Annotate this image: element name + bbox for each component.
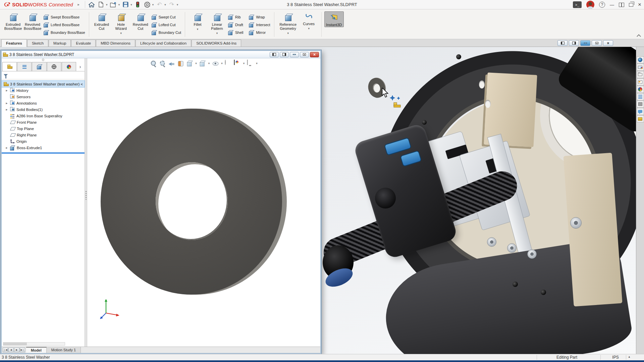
minimize-document-button[interactable] — [580, 40, 590, 46]
toolbox-tab[interactable] — [637, 115, 644, 122]
tree-item-boss-extrude1[interactable]: ▸ Boss-Extrude1 — [2, 144, 85, 151]
snap-layout-button[interactable] — [619, 3, 624, 7]
brand-expand-icon[interactable]: ▸ — [78, 2, 80, 7]
revolved-boss-base-button[interactable]: Revolved Boss/Base — [23, 11, 42, 31]
child-restore-button[interactable] — [300, 52, 309, 57]
washer-hole[interactable] — [156, 162, 228, 240]
instant3d-button[interactable]: Instant3D — [324, 11, 344, 27]
part-viewport[interactable]: ▾ ▾ ▾ ▾ ▾ — [87, 58, 320, 347]
status-units[interactable]: IPS — [607, 355, 624, 360]
revolved-cut-button[interactable]: Revolved Cut — [131, 11, 150, 31]
save-dropdown-icon[interactable]: ▾ — [130, 3, 132, 6]
panel-splitter[interactable] — [85, 58, 87, 347]
draft-button[interactable]: Draft — [227, 22, 244, 28]
close-document-button[interactable]: × — [603, 40, 613, 46]
user-avatar[interactable] — [586, 1, 594, 9]
tab-configuration-manager[interactable] — [32, 62, 46, 71]
wrap-button[interactable]: Wrap — [248, 14, 271, 20]
fillet-button[interactable]: Fillet ▾ — [188, 11, 207, 31]
view-settings-icon[interactable] — [247, 60, 248, 65]
extruded-boss-base-button[interactable]: Extruded Boss/Base — [3, 11, 23, 31]
tab-solidworks-addins[interactable]: SOLIDWORKS Add-Ins — [192, 40, 241, 47]
previous-tab-button[interactable]: ◀ — [8, 348, 14, 352]
linear-pattern-button[interactable]: Linear Pattern ▾ — [207, 11, 227, 35]
last-tab-button[interactable]: ▶❘ — [20, 348, 25, 352]
help-button[interactable]: ? — [599, 2, 605, 8]
new-dropdown-icon[interactable]: ▾ — [106, 3, 108, 6]
tree-item-material[interactable]: A286 Iron Base Superalloy — [2, 113, 85, 119]
curves-button[interactable]: Curves ▾ — [299, 11, 319, 31]
reference-geometry-button[interactable]: Reference Geometry ▾ — [277, 11, 299, 35]
open-button[interactable] — [109, 1, 118, 9]
3dexperience-tab[interactable] — [637, 56, 644, 63]
view-palette-tab[interactable] — [637, 78, 644, 85]
section-view-icon[interactable] — [177, 60, 184, 67]
tab-markup[interactable]: Markup — [49, 40, 71, 47]
open-dropdown-icon[interactable]: ▾ — [118, 3, 120, 6]
display-style-dropdown-icon[interactable]: ▾ — [208, 62, 210, 65]
tree-item-right-plane[interactable]: Right Plane — [2, 132, 85, 138]
hole-wizard-dropdown-icon[interactable]: ▾ — [120, 31, 122, 35]
view-settings-dropdown-icon[interactable]: ▾ — [256, 62, 258, 65]
restore-document-button[interactable] — [592, 40, 602, 46]
first-tab-button[interactable]: ❘◀ — [3, 348, 8, 352]
tree-horizontal-scrollbar[interactable] — [3, 342, 65, 346]
zoom-to-area-icon[interactable] — [159, 60, 166, 67]
view-orientation-icon[interactable] — [186, 60, 193, 67]
tree-item-solid-bodies[interactable]: ▸ Solid Bodies(1) — [2, 106, 85, 113]
swept-boss-base-button[interactable]: Swept Boss/Base — [42, 14, 86, 20]
hide-show-dropdown-icon[interactable]: ▾ — [221, 62, 223, 65]
forum-tab[interactable] — [637, 108, 644, 115]
tree-item-origin[interactable]: Origin — [2, 138, 85, 144]
expand-arrow-icon[interactable]: ▸ — [5, 146, 8, 149]
child-tile-left-button[interactable] — [270, 52, 279, 57]
child-tile-right-button[interactable] — [280, 52, 289, 57]
tile-left-button[interactable] — [557, 40, 568, 46]
units-expand-icon[interactable]: ▲ — [628, 355, 631, 358]
view-orientation-dropdown-icon[interactable]: ▾ — [195, 62, 197, 65]
tree-filter-row[interactable] — [2, 71, 85, 79]
apply-scene-icon[interactable] — [234, 60, 235, 65]
previous-view-icon[interactable] — [168, 60, 175, 67]
tree-item-annotations[interactable]: ▸ Annotations — [2, 100, 85, 106]
minimize-window-button[interactable]: — — [610, 2, 614, 7]
extruded-cut-button[interactable]: Extruded Cut — [92, 11, 111, 31]
tab-strip-overflow-icon[interactable]: › — [76, 62, 84, 71]
rib-button[interactable]: Rib — [227, 14, 244, 20]
mirror-button[interactable]: Mirror — [248, 29, 271, 36]
hole-wizard-button[interactable]: Hole Wizard ▾ — [111, 11, 131, 35]
hide-show-items-icon[interactable] — [212, 60, 219, 67]
appearances-scenes-tab[interactable] — [637, 86, 644, 93]
undo-dropdown-icon[interactable]: ▾ — [164, 3, 166, 6]
tab-lifecycle-collaboration[interactable]: Lifecycle and Collaboration — [136, 40, 191, 47]
child-minimize-button[interactable] — [290, 52, 299, 57]
tab-property-manager[interactable] — [17, 62, 32, 71]
close-window-button[interactable]: × — [638, 1, 641, 8]
apply-scene-dropdown-icon[interactable]: ▾ — [243, 62, 245, 65]
tree-item-top-plane[interactable]: Top Plane — [2, 125, 85, 132]
next-tab-button[interactable]: ▶ — [14, 348, 19, 352]
tab-dimxpert-manager[interactable] — [47, 62, 61, 71]
child-close-button[interactable]: × — [310, 52, 319, 57]
ribbon-collapse-icon[interactable] — [637, 34, 641, 37]
redo-button[interactable]: ↷ — [167, 1, 176, 9]
shell-button[interactable]: Shell — [227, 29, 244, 36]
rollback-bar[interactable] — [2, 153, 85, 154]
undo-button[interactable]: ↶ — [155, 1, 164, 9]
expand-arrow-icon[interactable]: ▸ — [5, 108, 8, 111]
solidworks-resources-tab[interactable] — [637, 64, 644, 71]
tab-sketch[interactable]: Sketch — [27, 40, 48, 47]
tree-root-item[interactable]: 3 8 Stainless Steel Washer (test washer)… — [2, 81, 85, 87]
tab-display-manager[interactable] — [62, 62, 76, 71]
lofted-boss-base-button[interactable]: Lofted Boss/Base — [42, 22, 86, 28]
tree-item-sensors[interactable]: Sensors — [2, 94, 85, 100]
lifecycle-status-button[interactable] — [133, 1, 142, 9]
redo-dropdown-icon[interactable]: ▾ — [177, 3, 178, 6]
home-button[interactable] — [87, 1, 96, 9]
tab-model[interactable]: Model — [26, 347, 47, 353]
tree-item-front-plane[interactable]: Front Plane — [2, 119, 85, 125]
boundary-cut-button[interactable]: Boundary Cut — [150, 29, 182, 36]
panel-collapse-handle[interactable] — [2, 58, 85, 61]
child-window-titlebar[interactable]: 3 8 Stainless Steel Washer.SLDPRT × — [2, 51, 320, 58]
restore-window-button[interactable] — [629, 3, 633, 7]
